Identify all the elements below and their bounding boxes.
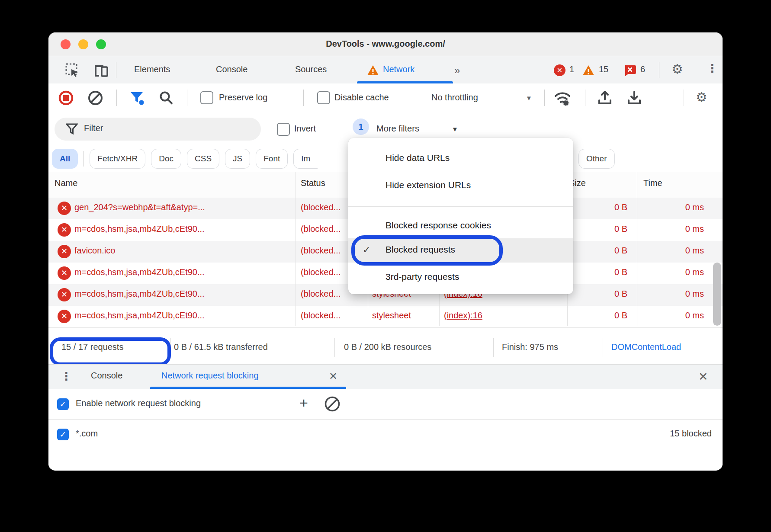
menu-item-hide-data-urls[interactable]: Hide data URLs	[348, 147, 573, 171]
table-row[interactable]: ✕ m=cdos,hsm,jsa,mb4ZUb,cEt90... (blocke…	[48, 306, 723, 327]
issues-count-icon[interactable]	[624, 64, 636, 77]
cell-name: m=cdos,hsm,jsa,mb4ZUb,cEt90...	[74, 267, 205, 277]
settings-gear-icon[interactable]: ⚙	[671, 61, 683, 77]
clear-network-log-icon[interactable]	[88, 90, 103, 106]
chip-all[interactable]: All	[52, 149, 78, 169]
chip-font[interactable]: Font	[256, 149, 288, 169]
filter-input[interactable]: Filter	[55, 118, 261, 141]
transferred-summary: 0 B / 61.5 kB transferred	[174, 342, 268, 352]
pattern-blocked-count: 15 blocked	[582, 429, 712, 439]
throttling-select[interactable]: No throttling	[431, 93, 478, 103]
cell-type: stylesheet	[372, 311, 411, 320]
cell-size: 0 B	[585, 202, 627, 212]
menu-item-3rd-party-requests[interactable]: 3rd-party requests	[348, 266, 573, 290]
menu-item-blocked-requests[interactable]: ✓ Blocked requests	[348, 238, 573, 263]
invert-checkbox[interactable]	[277, 123, 290, 136]
network-summary-bar: 15 / 17 requests 0 B / 61.5 kB transferr…	[48, 332, 723, 365]
dom-content-loaded-summary: DOMContentLoad	[611, 342, 681, 352]
filter-funnel-icon	[66, 123, 78, 135]
enable-blocking-checkbox[interactable]: ✓	[57, 398, 69, 410]
cell-name: gen_204?s=webhp&t=aft&atyp=...	[74, 202, 205, 212]
more-tabs-chevron-icon[interactable]: »	[454, 64, 458, 77]
inspect-element-icon[interactable]	[65, 63, 80, 77]
toolbar-divider-4	[544, 90, 545, 106]
chip-img-partial[interactable]: Im	[293, 149, 318, 169]
more-filters-caret-icon[interactable]: ▼	[452, 125, 458, 133]
tab-sources[interactable]: Sources	[295, 64, 327, 74]
filter-toggle-icon[interactable]	[130, 91, 146, 105]
issues-count[interactable]: 6	[640, 64, 645, 74]
col-header-name[interactable]: Name	[55, 178, 77, 188]
remove-all-patterns-icon[interactable]	[324, 396, 341, 412]
column-divider[interactable]	[296, 172, 296, 326]
cell-time: 0 ms	[654, 224, 704, 234]
column-divider[interactable]	[637, 172, 637, 326]
chip-js[interactable]: JS	[225, 149, 250, 169]
warning-count-icon[interactable]	[582, 65, 594, 76]
cell-name: favicon.ico	[74, 246, 116, 256]
drawer-kebab-menu-icon[interactable]: ⋮	[61, 370, 72, 383]
requests-summary: 15 / 17 requests	[61, 342, 123, 352]
tab-network[interactable]: Network	[383, 64, 414, 74]
tab-elements[interactable]: Elements	[134, 64, 170, 74]
more-filters-menu: Hide data URLs Hide extension URLs Block…	[348, 138, 573, 294]
add-pattern-icon[interactable]: +	[299, 394, 308, 411]
col-header-status[interactable]: Status	[301, 178, 325, 188]
pattern-checkbox[interactable]: ✓	[57, 429, 69, 440]
menu-separator	[348, 206, 573, 207]
toolbar-divider-5	[585, 90, 585, 106]
preserve-log-checkbox[interactable]	[200, 91, 213, 104]
cell-status: (blocked...	[301, 311, 341, 320]
cell-status: (blocked...	[301, 289, 341, 299]
device-toolbar-icon[interactable]	[93, 63, 109, 77]
invert-label[interactable]: Invert	[294, 124, 316, 134]
drawer-tab-network-request-blocking[interactable]: Network request blocking	[161, 371, 259, 381]
drawer-active-tab-underline	[150, 387, 346, 389]
warning-count[interactable]: 15	[599, 64, 608, 74]
search-icon[interactable]	[159, 90, 174, 106]
filter-placeholder: Filter	[84, 123, 103, 133]
col-header-time[interactable]: Time	[643, 178, 662, 188]
menu-item-blocked-response-cookies[interactable]: Blocked response cookies	[348, 214, 573, 238]
pattern-text: *.com	[76, 429, 98, 439]
cell-size: 0 B	[585, 267, 627, 277]
toolbar-divider-2	[187, 90, 187, 106]
network-settings-gear-icon[interactable]: ⚙	[696, 90, 707, 105]
cell-time: 0 ms	[654, 311, 704, 320]
main-tab-bar: Elements Console Sources Network » ✕ 1 1…	[48, 56, 723, 84]
preserve-log-label[interactable]: Preserve log	[219, 93, 267, 103]
chip-other[interactable]: Other	[578, 149, 615, 169]
kebab-menu-icon[interactable]: ⋮	[707, 62, 718, 75]
disable-cache-label[interactable]: Disable cache	[334, 93, 389, 103]
tab-console[interactable]: Console	[216, 64, 247, 74]
table-scrollbar-thumb[interactable]	[713, 263, 721, 326]
enable-blocking-label[interactable]: Enable network request blocking	[76, 398, 201, 408]
blocked-error-icon: ✕	[58, 266, 71, 280]
export-har-icon[interactable]	[626, 90, 642, 106]
chip-doc[interactable]: Doc	[151, 149, 181, 169]
import-har-icon[interactable]	[597, 90, 613, 106]
chip-fetch-xhr[interactable]: Fetch/XHR	[90, 149, 145, 169]
disable-cache-checkbox[interactable]	[317, 91, 330, 104]
cell-time: 0 ms	[654, 246, 704, 256]
drawer-close-icon[interactable]: ✕	[698, 370, 708, 384]
more-filters-button[interactable]: More filters	[376, 124, 419, 134]
menu-item-hide-extension-urls[interactable]: Hide extension URLs	[348, 174, 573, 198]
filter-divider	[342, 120, 342, 138]
checkmark-icon: ✓	[363, 244, 370, 256]
chip-css[interactable]: CSS	[187, 149, 219, 169]
blocked-error-icon: ✕	[58, 288, 71, 301]
error-count-icon[interactable]: ✕	[554, 64, 565, 76]
record-stop-icon[interactable]	[58, 90, 74, 106]
throttling-caret-icon[interactable]: ▼	[526, 94, 532, 102]
cell-time: 0 ms	[654, 267, 704, 277]
blocked-pattern-row[interactable]: ✓ *.com 15 blocked	[48, 420, 723, 469]
drawer-tab-close-icon[interactable]: ✕	[329, 370, 337, 382]
error-count[interactable]: 1	[569, 64, 574, 74]
finish-summary: Finish: 975 ms	[502, 342, 558, 352]
cell-status: (blocked...	[301, 224, 341, 234]
network-conditions-icon[interactable]	[553, 90, 572, 106]
cell-initiator[interactable]: (index):16	[444, 311, 482, 320]
cell-time: 0 ms	[654, 289, 704, 299]
drawer-tab-console[interactable]: Console	[91, 371, 122, 381]
